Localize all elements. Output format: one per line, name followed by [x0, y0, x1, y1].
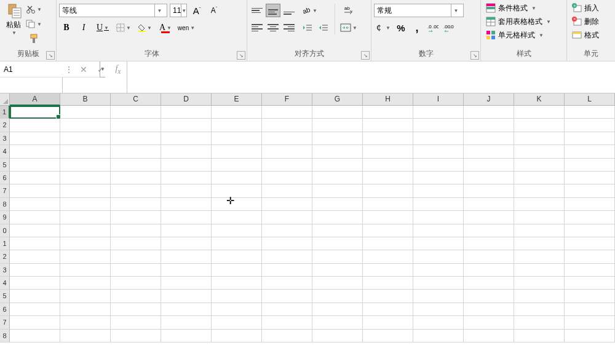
format-table-button[interactable]: 套用表格格式▼ [483, 15, 554, 28]
cell[interactable] [60, 316, 111, 329]
cell[interactable] [363, 237, 413, 250]
cell[interactable] [413, 303, 464, 316]
cell[interactable] [60, 159, 111, 172]
cell[interactable] [111, 250, 161, 263]
cell[interactable] [413, 224, 464, 237]
cell[interactable] [262, 290, 312, 303]
cell[interactable] [111, 303, 161, 316]
cell[interactable] [161, 132, 212, 145]
cell[interactable] [413, 119, 464, 132]
cell[interactable] [10, 184, 60, 197]
cell[interactable] [161, 106, 212, 119]
cell[interactable] [413, 106, 464, 119]
cell[interactable] [464, 237, 514, 250]
cell[interactable] [464, 316, 514, 329]
cell[interactable] [262, 264, 312, 277]
row-header[interactable]: 1 [0, 106, 10, 119]
cell[interactable] [363, 145, 413, 158]
cell[interactable] [262, 237, 312, 250]
cell[interactable] [363, 224, 413, 237]
cell[interactable] [312, 184, 363, 197]
cell[interactable] [60, 211, 111, 224]
select-all-corner[interactable] [0, 93, 10, 106]
cell[interactable] [161, 316, 212, 329]
cell[interactable] [262, 119, 312, 132]
cell[interactable] [514, 132, 565, 145]
row-header[interactable]: 1 [0, 237, 10, 250]
cell[interactable] [10, 330, 60, 342]
cell[interactable] [514, 224, 565, 237]
column-header[interactable]: K [514, 93, 565, 106]
cell[interactable] [262, 330, 312, 342]
cell[interactable] [413, 316, 464, 329]
cell[interactable] [312, 132, 363, 145]
cell[interactable] [212, 132, 262, 145]
align-middle-button[interactable] [266, 4, 280, 17]
cell[interactable] [514, 237, 565, 250]
formula-input[interactable] [127, 61, 615, 93]
dialog-launcher[interactable] [361, 51, 370, 60]
row-header[interactable]: 6 [0, 303, 10, 316]
conditional-format-button[interactable]: 条件格式▼ [483, 1, 554, 15]
align-right-button[interactable] [282, 21, 296, 34]
accounting-format-button[interactable]: ₵▼ [374, 21, 392, 34]
row-header[interactable]: 7 [0, 184, 10, 197]
cell[interactable] [212, 316, 262, 329]
cell[interactable] [312, 119, 363, 132]
cell[interactable] [363, 172, 413, 184]
cell[interactable] [565, 290, 615, 303]
cell[interactable] [111, 224, 161, 237]
cell[interactable] [212, 330, 262, 342]
font-size-combo[interactable]: 11 ▼ [170, 4, 187, 17]
align-left-button[interactable] [250, 21, 264, 34]
row-header[interactable]: 9 [0, 211, 10, 224]
cell[interactable] [464, 224, 514, 237]
column-header[interactable]: E [212, 93, 262, 106]
cell[interactable] [10, 172, 60, 184]
cell[interactable] [111, 330, 161, 342]
cell[interactable] [565, 277, 615, 290]
font-name-combo[interactable]: 等线 ▼ [59, 4, 167, 17]
cell[interactable] [565, 211, 615, 224]
cell[interactable] [161, 119, 212, 132]
cell[interactable] [212, 198, 262, 211]
cell[interactable] [565, 172, 615, 184]
align-top-button[interactable] [250, 4, 264, 17]
cell[interactable] [514, 211, 565, 224]
cell[interactable] [161, 184, 212, 197]
cell[interactable] [262, 198, 312, 211]
orientation-button[interactable]: ab▼ [300, 4, 319, 17]
cell[interactable] [212, 172, 262, 184]
column-header[interactable]: I [413, 93, 464, 106]
cell[interactable] [413, 264, 464, 277]
cell[interactable] [565, 159, 615, 172]
cell[interactable] [413, 198, 464, 211]
align-bottom-button[interactable] [282, 4, 296, 17]
cell[interactable] [312, 277, 363, 290]
cell[interactable] [212, 264, 262, 277]
cell[interactable] [60, 145, 111, 158]
row-header[interactable]: 0 [0, 224, 10, 237]
column-header[interactable]: G [312, 93, 363, 106]
cell[interactable] [111, 264, 161, 277]
cell[interactable] [363, 119, 413, 132]
column-header[interactable]: B [60, 93, 111, 106]
phonetic-button[interactable]: wen▼ [177, 21, 196, 34]
cell[interactable] [363, 132, 413, 145]
cell[interactable] [464, 330, 514, 342]
cell[interactable] [262, 184, 312, 197]
decrease-font-button[interactable]: Aˇ [207, 4, 221, 17]
font-color-button[interactable]: A▼ [156, 21, 175, 34]
cell[interactable] [514, 184, 565, 197]
cell[interactable] [565, 237, 615, 250]
cell[interactable] [464, 159, 514, 172]
cell[interactable] [363, 159, 413, 172]
cell[interactable] [565, 132, 615, 145]
cell[interactable] [514, 198, 565, 211]
bold-button[interactable]: B [59, 21, 74, 34]
cell[interactable] [413, 290, 464, 303]
cell[interactable] [312, 316, 363, 329]
row-header[interactable]: 3 [0, 264, 10, 277]
cell[interactable] [413, 277, 464, 290]
cell[interactable] [565, 224, 615, 237]
